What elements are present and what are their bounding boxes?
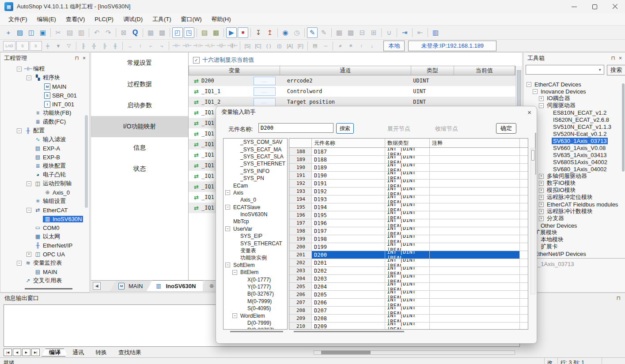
collapse-icon[interactable]: − — [225, 226, 230, 231]
dialog-tree-item[interactable]: −WordElem — [223, 312, 287, 319]
dialog-table-hscrollbar[interactable] — [294, 331, 404, 332]
toolbox-tree-item[interactable]: +远程脉冲计数模块 — [525, 208, 621, 215]
dialog-tree-item[interactable]: −R(0-32767) — [223, 326, 287, 330]
dialog-tree-item[interactable]: −ECam — [223, 182, 287, 189]
edit-write-icon[interactable]: ✎ — [307, 27, 318, 38]
table-op4-icon[interactable]: ⊞ — [368, 27, 379, 38]
toolbox-tree-item[interactable]: −SV660_1Axis_V0.08 — [525, 144, 621, 151]
contact-nc-icon[interactable]: ⊣/⊢ — [182, 41, 192, 50]
login-status-button[interactable]: 未登录:IP:192.168.1.189 — [408, 41, 496, 51]
table-op3-icon[interactable]: ⊟ — [357, 27, 367, 38]
dialog-tree-item[interactable]: −Y(0-1777) — [223, 283, 287, 290]
collapse-icon[interactable]: − — [225, 205, 230, 210]
dialog-table-row[interactable]: 208D207INT |DINT |REAL — [289, 307, 528, 315]
dialog-tree-item[interactable]: −MbTcp — [223, 218, 287, 225]
save-icon[interactable]: ◫ — [26, 27, 37, 38]
branch-close-icon[interactable]: ╬ — [89, 41, 99, 50]
toolbox-filter-combobox[interactable]: ▼ — [526, 65, 604, 75]
project-tree-item[interactable]: −MMAIN — [1, 82, 83, 91]
contact-fall-icon[interactable]: ⊣↓⊢ — [205, 41, 216, 50]
dialog-table-row[interactable]: 195D194INT |DINT |REAL — [289, 203, 528, 211]
menu-item[interactable]: 编辑(E) — [32, 14, 61, 25]
paste-icon[interactable]: ▥ — [76, 27, 87, 38]
new-file-icon[interactable]: + — [3, 27, 14, 38]
time-icon[interactable]: ◷ — [292, 27, 302, 38]
dialog-tree-item[interactable]: −SoftElem — [223, 262, 287, 269]
project-tree-item[interactable]: −↗交叉引用表 — [1, 276, 83, 285]
toolbox-splitter[interactable] — [524, 258, 625, 259]
toolbox-tree-item[interactable]: +IO耦合器 — [525, 95, 621, 102]
expand-nodes-button[interactable]: 展开节点 — [387, 125, 410, 133]
dialog-table-row[interactable]: 188D187INT |DINT |REAL — [289, 148, 528, 156]
toolbox-tree-item[interactable]: +模拟IO模块 — [525, 187, 621, 194]
run-icon[interactable]: ▶ — [226, 27, 237, 38]
upload-icon[interactable]: ↥ — [265, 27, 275, 38]
project-tree-item[interactable]: −✳轴组设置 — [1, 197, 83, 206]
collapse-icon[interactable]: − — [527, 82, 531, 87]
dialog-tree-item[interactable]: −_SYS_ECAT_SLA — [223, 153, 287, 160]
toolbox-tree-item[interactable]: −IS620N_ECAT_v2.6.8 — [525, 116, 621, 123]
collapse-icon[interactable]: − — [17, 67, 22, 71]
menu-item[interactable]: PLC(P) — [90, 14, 118, 24]
cut-icon[interactable]: ✂ — [53, 27, 64, 38]
config-category-1[interactable]: 常规设置 — [91, 53, 188, 74]
dialog-table-row[interactable]: 203D202INT |DINT |REAL — [289, 267, 528, 275]
lad-editor-icon[interactable]: LAD — [3, 41, 15, 51]
dialog-table-row[interactable]: 196D195INT |DINT |REAL — [289, 211, 528, 219]
expand-icon[interactable]: + — [539, 202, 544, 207]
download-icon[interactable]: ↧ — [253, 27, 264, 38]
dialog-table-scrollbar[interactable] — [530, 148, 535, 294]
output-tab-4[interactable]: 查找结果 — [111, 349, 148, 356]
copy-icon[interactable]: ▤ — [64, 27, 75, 38]
dialog-tree-item[interactable]: −SYS_ETHERCAT — [223, 240, 287, 247]
collapse-icon[interactable]: − — [17, 261, 22, 266]
toolbox-tree-item[interactable]: −EtherNet/IP Devices — [525, 250, 621, 257]
project-tree-item[interactable]: −⇄EtherCAT — [1, 206, 83, 214]
project-tree-item[interactable]: −◫运动控制轴 — [1, 179, 83, 188]
redo-icon[interactable]: ↷ — [103, 27, 114, 38]
dialog-table-row[interactable]: 201D200INT |DINT |REAL — [289, 251, 528, 259]
browse-button[interactable]: ... — [254, 77, 276, 85]
undo-icon[interactable]: ↶ — [91, 27, 102, 38]
dialog-table-row[interactable]: 210D209INT |DINT |REAL — [289, 323, 528, 330]
toolbox-tree-item[interactable]: −SV510N_ECAT_v1.1.3 — [525, 123, 621, 130]
branch-open-icon[interactable]: ╟ — [79, 41, 88, 50]
move-down-icon[interactable]: ↓ — [367, 41, 377, 50]
nav-first-icon[interactable]: |◀ — [4, 349, 12, 356]
dialog-table-row[interactable]: 194D193INT |DINT |REAL — [289, 195, 528, 203]
dialog-table-row[interactable]: 193D192INT |DINT |REAL — [289, 188, 528, 195]
dialog-tree-item[interactable]: −X(0-1777) — [223, 276, 287, 283]
login-icon[interactable]: ⇥ — [399, 27, 410, 38]
nav-last-icon[interactable]: ▶| — [31, 349, 40, 356]
find-icon[interactable]: Q — [130, 27, 140, 38]
toolbox-tree-item[interactable]: −SV635_1Axis_03413 — [525, 151, 621, 158]
stop-icon[interactable]: ■ — [238, 27, 248, 38]
collapse-icon[interactable]: − — [225, 263, 230, 267]
line-corner1-icon[interactable]: ⌐ — [146, 41, 156, 50]
dialog-tree-item[interactable]: −D(0-7999) — [223, 319, 287, 326]
toolbox-tree-item[interactable]: −Other Devices — [525, 222, 621, 229]
collapse-icon[interactable]: − — [27, 208, 31, 213]
config-category-6[interactable]: 状态 — [91, 158, 188, 180]
contact-n-icon[interactable]: ⊣∦⊢ — [227, 41, 238, 50]
config-category-2[interactable]: 过程数据 — [91, 74, 188, 95]
coil-out-icon[interactable]: ( ) — [264, 41, 273, 50]
dialog-table-row[interactable]: 199D198INT |DINT |REAL — [289, 235, 528, 243]
project-tree-item[interactable]: −SSBR_001 — [1, 91, 83, 100]
coil-inv-icon[interactable]: (|) — [274, 41, 284, 50]
project-tree-item[interactable]: −╫配置 — [1, 126, 83, 135]
compile-all-icon[interactable]: ▦ — [211, 27, 221, 38]
print-icon[interactable]: ▦ — [145, 27, 156, 38]
dialog-table-row[interactable]: 191D190INT |DINT |REAL — [289, 172, 528, 180]
delete-icon[interactable]: ⊠ — [118, 27, 129, 38]
sfc-step2-icon[interactable]: S — [30, 41, 42, 51]
project-tree-item[interactable]: −╫EtherNet/IP — [1, 241, 83, 250]
device-panel-icon[interactable]: ▥ — [430, 27, 441, 38]
expand-icon[interactable]: + — [539, 195, 544, 200]
save-all-icon[interactable]: ▣ — [38, 27, 48, 38]
io-table-row[interactable]: ⇄_IQ1_1...ControlwordUINT — [189, 86, 515, 97]
dialog-tree-item[interactable]: −_SYS_ECAT_MA — [223, 146, 287, 153]
output-tab-1[interactable]: 编译 — [42, 349, 68, 356]
local-mode-button[interactable]: 本地 — [383, 41, 405, 51]
line-up-icon[interactable]: ↑ — [136, 41, 145, 50]
